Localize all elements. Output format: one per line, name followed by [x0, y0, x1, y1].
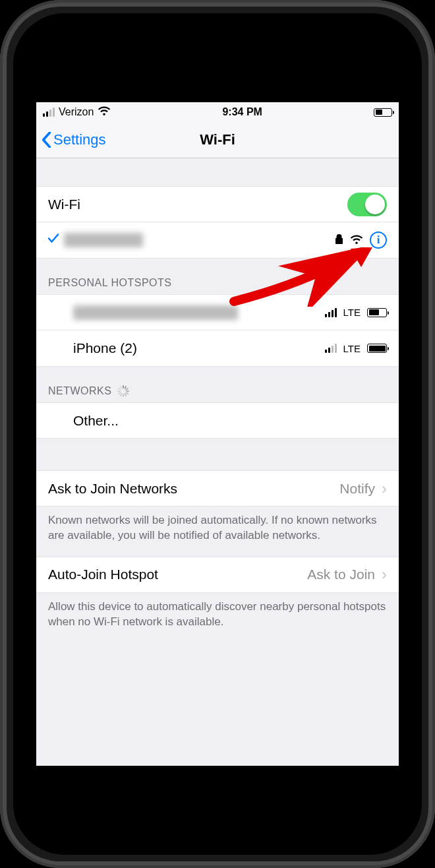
- status-bar: Verizon 9:34 PM: [36, 102, 399, 122]
- phone-bezel: Verizon 9:34 PM Settings Wi-Fi: [13, 13, 422, 855]
- chevron-left-icon: [42, 132, 51, 148]
- auto-join-label: Auto-Join Hotspot: [48, 567, 158, 582]
- chevron-right-icon: ›: [382, 565, 387, 584]
- carrier-label: Verizon: [59, 106, 94, 118]
- ask-to-join-row[interactable]: Ask to Join Networks Notify ›: [36, 470, 399, 507]
- phone-frame: Verizon 9:34 PM Settings Wi-Fi: [0, 0, 435, 868]
- wifi-toggle-label: Wi-Fi: [48, 197, 80, 212]
- spinner-icon: [117, 385, 129, 397]
- checkmark-icon: [47, 232, 60, 249]
- back-label: Settings: [53, 131, 106, 148]
- ask-to-join-footer: Known networks will be joined automatica…: [36, 507, 399, 557]
- hotspot-conn-label: LTE: [343, 307, 361, 318]
- battery-icon: [374, 108, 392, 117]
- hotspot-conn-label: LTE: [343, 343, 361, 354]
- auto-join-row[interactable]: Auto-Join Hotspot Ask to Join ›: [36, 557, 399, 593]
- auto-join-value: Ask to Join: [307, 567, 375, 582]
- other-label: Other...: [73, 413, 119, 429]
- back-button[interactable]: Settings: [42, 131, 106, 148]
- auto-join-footer: Allow this device to automatically disco…: [36, 593, 399, 643]
- hotspot-battery-icon: [367, 308, 387, 317]
- wifi-switch[interactable]: [347, 193, 387, 216]
- clock: 9:34 PM: [222, 106, 262, 118]
- lock-icon: [335, 232, 343, 248]
- other-network-row[interactable]: Other...: [36, 402, 399, 439]
- hotspot-name: [73, 305, 238, 320]
- screen: Verizon 9:34 PM Settings Wi-Fi: [36, 102, 399, 766]
- hotspot-signal-icon: [325, 344, 337, 353]
- nav-bar: Settings Wi-Fi: [36, 122, 399, 158]
- hotspot-row[interactable]: iPhone (2) LTE: [36, 330, 399, 367]
- info-icon[interactable]: i: [370, 232, 387, 249]
- ask-to-join-label: Ask to Join Networks: [48, 481, 177, 497]
- hotspot-signal-icon: [325, 308, 337, 317]
- connected-network-row[interactable]: i: [36, 222, 399, 259]
- hotspot-row[interactable]: LTE: [36, 294, 399, 330]
- chevron-right-icon: ›: [382, 480, 387, 498]
- connected-network-name: [64, 233, 143, 247]
- networks-section-header: NETWORKS: [36, 367, 399, 402]
- wifi-strength-icon: [350, 232, 363, 248]
- wifi-icon: [98, 106, 111, 119]
- cell-signal-icon: [43, 108, 55, 117]
- hotspot-name: iPhone (2): [73, 340, 137, 356]
- hotspots-section-header: PERSONAL HOTSPOTS: [36, 259, 399, 294]
- ask-to-join-value: Notify: [339, 481, 375, 497]
- hotspot-battery-icon: [367, 344, 387, 353]
- wifi-toggle-row[interactable]: Wi-Fi: [36, 186, 399, 222]
